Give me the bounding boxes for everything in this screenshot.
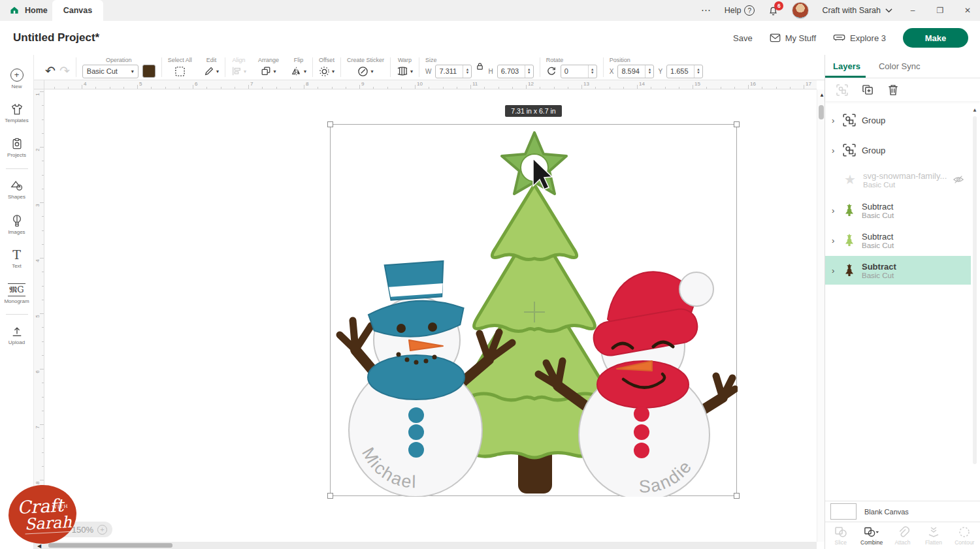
sidebar-item-new[interactable]: + New (0, 61, 34, 96)
blank-canvas-swatch[interactable] (830, 503, 857, 520)
sidebar-item-templates[interactable]: Templates (0, 96, 34, 131)
ruler-tick (42, 175, 44, 176)
canvas-horizontal-scrollbar[interactable]: ◀ (34, 542, 817, 549)
selection-handle-nw[interactable] (327, 121, 333, 127)
align-button[interactable]: ▾ (231, 66, 246, 76)
duplicate-icon[interactable] (862, 84, 874, 96)
account-menu[interactable]: Craft with Sarah (822, 6, 892, 15)
slice-button[interactable]: Slice (825, 522, 856, 549)
rotate-icon[interactable] (546, 66, 557, 76)
tab-canvas[interactable]: Canvas (52, 0, 103, 21)
ruler-tick (484, 87, 485, 89)
sidebar-item-shapes[interactable]: Shapes (0, 172, 34, 207)
rotate-stepper[interactable]: ▲▼ (588, 65, 596, 78)
arrange-button[interactable]: ▾ (261, 66, 276, 76)
select-all-button[interactable] (174, 66, 186, 77)
position-x-input[interactable]: 8.594 ▲▼ (617, 65, 654, 78)
layer-row-group-2[interactable]: › Group (825, 136, 971, 165)
close-button[interactable]: ✕ (960, 6, 975, 15)
panel-scrollbar[interactable] (973, 116, 977, 464)
width-stepper[interactable]: ▲▼ (463, 65, 471, 78)
ruler-tick (554, 87, 555, 89)
notifications-button[interactable]: 6 (768, 5, 779, 16)
width-input[interactable]: 7.311 ▲▼ (435, 65, 472, 78)
ruler-tick (665, 87, 666, 89)
sidebar-item-text[interactable]: T Text (0, 242, 34, 276)
ruler-tick (595, 87, 596, 89)
rotate-input[interactable]: 0 ▲▼ (561, 65, 597, 78)
redo-button[interactable]: ↷ (59, 63, 70, 78)
position-x-stepper[interactable]: ▲▼ (645, 65, 653, 78)
design-artwork[interactable]: Michael (331, 125, 738, 497)
position-y-stepper[interactable]: ▲▼ (694, 65, 702, 78)
panel-scroll-up-icon[interactable]: ▲ (972, 107, 977, 113)
selection-handle-sw[interactable] (327, 493, 333, 499)
select-all-group: Select All (162, 55, 198, 80)
warp-button[interactable]: ▾ (397, 66, 413, 76)
expand-chevron-icon[interactable]: › (832, 206, 837, 215)
tab-color-sync[interactable]: Color Sync (879, 61, 921, 71)
avatar[interactable] (792, 2, 809, 19)
horizontal-scroll-thumb[interactable] (48, 543, 172, 548)
selection-handle-se[interactable] (734, 493, 740, 499)
scroll-up-icon[interactable]: ▲ (819, 92, 825, 98)
edit-button[interactable]: ▾ (204, 66, 219, 76)
layer-row-subtract-1[interactable]: › Subtract Basic Cut (825, 196, 971, 225)
height-input[interactable]: 6.703 ▲▼ (497, 65, 534, 78)
layer-row-group-1[interactable]: › Group (825, 106, 971, 134)
save-button[interactable]: Save (733, 33, 753, 43)
ruler-tick (248, 85, 249, 89)
rotate-group: Rotate 0 ▲▼ (540, 55, 603, 80)
expand-chevron-icon[interactable]: › (832, 116, 837, 125)
position-y-input[interactable]: 1.655 ▲▼ (666, 65, 703, 78)
shirt-icon (10, 103, 24, 116)
ruler-tick (401, 87, 402, 89)
overflow-menu-icon[interactable]: ⋯ (701, 5, 711, 16)
ruler-number: 8 (35, 481, 41, 484)
sidebar-item-projects[interactable]: Projects (0, 131, 34, 165)
zoom-in-icon[interactable]: + (97, 525, 107, 535)
flip-button[interactable]: ▾ (291, 66, 306, 76)
layer-row-subtract-3-selected[interactable]: › Subtract Basic Cut (825, 256, 971, 285)
expand-chevron-icon[interactable]: › (832, 236, 837, 245)
help-button[interactable]: Help ? (725, 5, 755, 16)
offset-button[interactable]: ▾ (319, 66, 335, 77)
height-stepper[interactable]: ▲▼ (525, 65, 533, 78)
canvas-vertical-scrollbar[interactable]: ▲ (817, 89, 825, 542)
lock-icon[interactable] (476, 62, 484, 71)
undo-button[interactable]: ↶ (45, 63, 56, 78)
ungroup-icon[interactable] (836, 84, 849, 97)
eye-off-icon[interactable] (953, 174, 964, 185)
minimize-button[interactable]: – (906, 6, 920, 15)
combine-button[interactable]: Combine (856, 522, 887, 549)
expand-chevron-icon[interactable]: › (832, 266, 837, 275)
ruler-tick (512, 87, 513, 89)
selection-bounding-box[interactable]: Michael (330, 124, 737, 496)
ruler-tick (42, 397, 44, 398)
canvas-area[interactable]: 4567891011121314151617 12345678 7.31 in … (34, 80, 825, 549)
layer-row-hidden[interactable]: ★ svg-snowman-family... Basic Cut (825, 163, 971, 196)
ruler-tick (762, 87, 762, 89)
expand-chevron-icon[interactable]: › (832, 146, 837, 155)
vertical-scroll-thumb[interactable] (819, 105, 824, 119)
contour-button[interactable]: Contour (949, 522, 980, 549)
trash-icon[interactable] (887, 84, 899, 96)
zoom-level: 150% (72, 525, 93, 535)
maximize-button[interactable]: ❐ (933, 6, 947, 15)
sidebar-item-images[interactable]: Images (0, 207, 34, 242)
flatten-button[interactable]: Flatten (918, 522, 949, 549)
layer-row-subtract-2[interactable]: › Subtract Basic Cut (825, 226, 971, 255)
create-sticker-button[interactable]: ▾ (357, 66, 373, 77)
blank-canvas-row[interactable]: Blank Canvas (825, 501, 980, 522)
explore-machine-button[interactable]: Explore 3 (833, 33, 886, 43)
make-button[interactable]: Make (903, 28, 968, 48)
tab-home[interactable]: Home (9, 0, 48, 21)
operation-select[interactable]: Basic Cut▾ (82, 65, 139, 78)
color-swatch[interactable] (142, 65, 155, 78)
sidebar-item-monogram[interactable]: 𝕸G Monogram (0, 276, 34, 311)
selection-handle-ne[interactable] (734, 121, 740, 127)
attach-button[interactable]: Attach (887, 522, 918, 549)
tab-layers[interactable]: Layers (833, 61, 860, 71)
my-stuff-button[interactable]: My Stuff (770, 33, 816, 43)
sidebar-item-upload[interactable]: Upload (0, 318, 34, 353)
